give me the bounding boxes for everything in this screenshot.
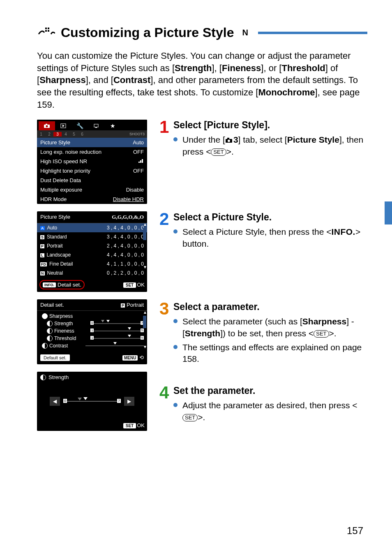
scroll-down-icon: ▼: [143, 266, 146, 269]
scrollbar-thumb: [143, 316, 146, 328]
half-circle-icon: [47, 328, 53, 334]
display-tab-icon: [88, 121, 104, 130]
menu-row-long-exp: Long exp. noise reductionOFF: [37, 147, 147, 157]
step-4-bullet: Adjust the parameter as desired, then pr…: [173, 400, 367, 423]
info-detail-pill: INFO.Detail set.: [39, 280, 85, 289]
svg-rect-2: [45, 30, 47, 32]
set-ok-label: SETOK: [123, 422, 145, 428]
set-button-icon: SET: [211, 148, 226, 156]
ps-row-auto: AAuto3 , 4 , 4 , 0 , 0 , 0: [37, 223, 147, 232]
menu-row-multiexp: Multiple exposureDisable: [37, 185, 147, 194]
step-number-1: 1: [159, 117, 169, 137]
half-circle-icon: [47, 336, 53, 341]
playback-tab-icon: [55, 121, 71, 130]
strength-adjust-screenshot: Strength ◀ 0 7 ▶ SETOK: [37, 372, 147, 431]
section-edge-tab: [385, 201, 392, 224]
step-3-bullet-2: The settings and effects are explained o…: [173, 342, 367, 365]
step-3-bullet-1: Select the parameter (such as [Sharpness…: [173, 316, 367, 339]
menu-row-highlight: Highlight tone priorityOFF: [37, 166, 147, 176]
svg-point-6: [46, 125, 48, 127]
detail-set-title: Detail set.: [40, 302, 64, 308]
row-strength: Strength07: [40, 320, 144, 327]
step-2: 2 Select a Picture Style. Select a Pictu…: [159, 212, 367, 288]
ps-row-neutral: NNeutral0 , 2 , 2 , 0 , 0 , 0: [37, 268, 147, 278]
top-tab-bar: 🔧 ★: [37, 120, 147, 130]
step-number-3: 3: [159, 299, 169, 319]
ps-list-title: Picture Style: [40, 214, 70, 220]
svg-rect-12: [142, 159, 143, 163]
step-number-4: 4: [159, 383, 169, 403]
menu-row-dust: Dust Delete Data: [37, 176, 147, 185]
bars-icon: [138, 158, 144, 164]
svg-rect-14: [227, 138, 229, 139]
page-title-row: Customizing a Picture Style N: [37, 25, 367, 41]
half-circle-icon: [40, 375, 46, 380]
left-arrow-button: ◀: [50, 397, 60, 406]
sharpness-label: Sharpness: [49, 313, 73, 319]
svg-rect-11: [140, 160, 141, 163]
contrast-icon: [42, 343, 48, 349]
svg-rect-9: [95, 127, 97, 128]
default-set-button: Default set.: [40, 354, 70, 361]
svg-point-15: [228, 139, 230, 142]
set-button-icon: SET: [314, 330, 329, 338]
step-2-heading: Select a Picture Style.: [173, 212, 367, 223]
scroll-up-icon: ▲: [143, 311, 146, 314]
menu-back-label: MENU ⟲: [122, 354, 144, 361]
menu-screenshot-shoot3: 🔧 ★ 1 2 3 4 5 6 SHOOT3 Picture StyleAuto…: [37, 120, 147, 204]
title-star-icon: N: [242, 28, 248, 37]
scroll-up-icon: ▲: [143, 223, 146, 226]
detail-set-style: PPortrait: [121, 302, 144, 308]
menu-row-high-iso: High ISO speed NR: [37, 157, 147, 166]
picture-style-list-screenshot: Picture StyleG,G,G,O,&,O AAuto3 , 4 , 4 …: [37, 211, 147, 292]
svg-rect-5: [46, 124, 47, 125]
camera-3-icon: 3: [225, 134, 238, 146]
step-3: 3 Select a parameter. Select the paramet…: [159, 301, 367, 372]
circle-icon: [42, 313, 48, 319]
step-4-heading: Set the parameter.: [173, 385, 367, 396]
scrollbar-thumb: [143, 228, 146, 240]
set-button-icon: SET: [182, 414, 198, 421]
set-ok-label: SETOK: [123, 282, 145, 288]
shoot-label: SHOOT3: [129, 132, 147, 136]
intro-paragraph: You can customize the Picture Styles. Yo…: [37, 50, 367, 111]
sub-tab-numbers: 1 2 3 4 5 6 SHOOT3: [37, 130, 147, 138]
ps-row-finedetail: FDFine Detail4 , 1 , 1 , 0 , 0 , 0: [37, 259, 147, 268]
strength-title: Strength: [48, 374, 69, 380]
camera-tab-icon: [39, 121, 55, 130]
row-fineness: Fineness15: [40, 327, 144, 335]
ps-row-portrait: PPortrait2 , 4 , 4 , 0 , 0 , 0: [37, 241, 147, 250]
step-4: 4 Set the parameter. Adjust the paramete…: [159, 385, 367, 423]
wrench-tab-icon: 🔧: [71, 121, 88, 130]
step-number-2: 2: [159, 209, 169, 229]
step-1: 1 Select [Picture Style]. Under the [ 3]…: [159, 120, 367, 199]
row-contrast: Contrast: [40, 342, 144, 349]
step-3-heading: Select a parameter.: [173, 301, 367, 312]
svg-rect-3: [48, 30, 49, 32]
title-rule: [258, 32, 367, 34]
ps-row-standard: SStandard3 , 4 , 4 , 0 , 0 , 0: [37, 232, 147, 241]
svg-rect-10: [138, 162, 140, 163]
ps-row-landscape: LLandscape4 , 4 , 4 , 0 , 0 , 0: [37, 250, 147, 259]
right-arrow-button: ▶: [124, 397, 134, 406]
step-1-heading: Select [Picture Style].: [173, 120, 367, 131]
row-threshold: Threshold15: [40, 335, 144, 342]
svg-rect-0: [45, 28, 47, 29]
step-1-bullet: Under the [ 3] tab, select [Picture Styl…: [173, 134, 367, 157]
picture-style-icon: [37, 25, 55, 41]
page-title: Customizing a Picture Style: [61, 25, 234, 40]
scroll-down-icon: ▼: [143, 345, 146, 349]
menu-row-hdr: HDR ModeDisable HDR: [37, 194, 147, 204]
svg-rect-1: [48, 28, 49, 29]
info-button-text: INFO.: [331, 227, 355, 236]
strength-slider: 0 7: [63, 397, 121, 405]
svg-rect-8: [94, 124, 98, 127]
ps-header-icons: G,G,G,O,&,O: [112, 214, 144, 220]
detail-set-screenshot: Detail set.PPortrait Sharpness Strength0…: [37, 299, 147, 364]
step-2-bullet: Select a Picture Style, then press the <…: [173, 226, 367, 250]
menu-row-picture-style: Picture StyleAuto: [37, 138, 147, 147]
half-circle-icon: [47, 321, 53, 326]
page-number: 157: [347, 525, 363, 537]
star-tab-icon: ★: [104, 121, 121, 130]
